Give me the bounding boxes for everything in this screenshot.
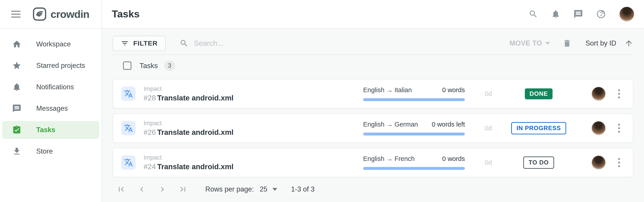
help-icon[interactable] <box>596 9 606 19</box>
main-content: FILTER MOVE TO Sort by ID <box>102 28 644 202</box>
rows-per-page-label: Rows per page: <box>205 185 254 193</box>
translate-icon <box>121 87 136 101</box>
list-header-title: Tasks <box>140 62 158 70</box>
task-words-count: 0 words <box>442 155 465 163</box>
chevron-down-icon <box>272 188 277 191</box>
filter-button[interactable]: FILTER <box>113 36 166 51</box>
task-id: #26 <box>144 128 156 136</box>
sidebar: Workspace Starred projects Notifications… <box>0 28 102 202</box>
task-words-count: 0 words <box>442 86 465 94</box>
task-project: Impact <box>144 120 363 127</box>
clipboard-check-icon <box>12 125 22 135</box>
sidebar-item-messages[interactable]: Messages <box>2 100 99 117</box>
task-row[interactable]: Impact #24Translate android.xml English … <box>113 148 633 177</box>
search-input[interactable] <box>194 39 332 47</box>
status-badge: DONE <box>525 88 552 99</box>
status-badge: IN PROGRESS <box>511 122 566 134</box>
messages-icon[interactable] <box>573 9 583 19</box>
select-all-checkbox[interactable] <box>123 61 132 70</box>
assignee-avatar[interactable] <box>591 155 606 170</box>
sidebar-item-starred-projects[interactable]: Starred projects <box>2 57 99 75</box>
sidebar-item-tasks[interactable]: Tasks <box>2 121 99 139</box>
hamburger-menu-icon[interactable] <box>11 11 20 18</box>
task-row[interactable]: Impact #26Translate android.xml English … <box>113 113 633 143</box>
toolbar: FILTER MOVE TO Sort by ID <box>113 36 633 51</box>
sort-by-button[interactable]: Sort by ID <box>586 39 616 47</box>
assignee-avatar[interactable] <box>591 86 606 101</box>
page-title: Tasks <box>112 8 140 20</box>
chevron-down-icon <box>545 42 550 45</box>
pagination-range: 1-3 of 3 <box>291 185 314 193</box>
user-avatar[interactable] <box>619 6 634 22</box>
app-window: crowdin Tasks Workspace <box>0 0 644 202</box>
task-progress-bar <box>363 98 465 101</box>
search-icon <box>180 39 188 48</box>
move-to-dropdown[interactable]: MOVE TO <box>510 39 550 47</box>
crowdin-logo[interactable]: crowdin <box>32 7 89 21</box>
task-row[interactable]: Impact #28Translate android.xml English … <box>113 79 633 108</box>
task-id: #24 <box>144 163 156 171</box>
tasks-list: Impact #28Translate android.xml English … <box>113 79 633 177</box>
task-project: Impact <box>144 154 363 161</box>
task-project: Impact <box>144 85 363 92</box>
translate-icon <box>121 155 136 170</box>
task-title: Translate android.xml <box>157 94 234 102</box>
first-page-icon[interactable] <box>116 184 126 194</box>
previous-page-icon[interactable] <box>137 184 147 194</box>
sidebar-item-store[interactable]: Store <box>2 142 99 160</box>
notifications-bell-icon[interactable] <box>551 9 560 19</box>
bell-icon <box>12 82 22 92</box>
kebab-menu-icon[interactable] <box>616 87 622 100</box>
last-page-icon[interactable] <box>178 184 188 194</box>
translate-icon <box>121 121 136 135</box>
star-icon <box>12 61 22 70</box>
rows-per-page-select[interactable]: 25 <box>260 185 277 193</box>
task-title: Translate android.xml <box>157 128 234 136</box>
task-due: 0d <box>474 159 503 166</box>
trash-icon[interactable] <box>562 39 572 48</box>
pagination: Rows per page: 25 1-3 of 3 <box>113 182 633 197</box>
task-due: 0d <box>474 125 503 132</box>
sidebar-item-notifications[interactable]: Notifications <box>2 78 99 96</box>
task-language-pair: English → French <box>363 155 415 163</box>
filter-icon <box>121 39 129 47</box>
kebab-menu-icon[interactable] <box>616 156 622 169</box>
task-title: Translate android.xml <box>157 163 234 171</box>
kebab-menu-icon[interactable] <box>616 122 622 135</box>
tasks-count-badge: 3 <box>164 61 175 71</box>
task-language-pair: English → Italian <box>363 86 412 94</box>
tasks-list-header: Tasks 3 <box>113 55 633 76</box>
topbar-brand-area: crowdin <box>0 0 102 28</box>
search-icon[interactable] <box>528 9 538 19</box>
download-icon <box>12 147 22 156</box>
chat-icon <box>12 104 22 113</box>
task-words-count: 0 words left <box>432 121 465 128</box>
status-badge: TO DO <box>523 157 554 169</box>
assignee-avatar[interactable] <box>591 121 606 136</box>
home-icon <box>12 39 22 49</box>
topbar: Tasks <box>102 0 644 28</box>
task-progress-bar <box>363 167 465 170</box>
next-page-icon[interactable] <box>158 184 167 194</box>
task-progress-bar <box>363 133 465 136</box>
task-due: 0d <box>474 90 503 98</box>
task-language-pair: English → German <box>363 121 418 128</box>
brand-name: crowdin <box>50 8 89 20</box>
crowdin-logo-icon <box>32 7 47 21</box>
sort-direction-arrow-up-icon[interactable] <box>624 39 633 48</box>
task-id: #28 <box>144 94 156 102</box>
sidebar-item-workspace[interactable]: Workspace <box>2 35 99 53</box>
